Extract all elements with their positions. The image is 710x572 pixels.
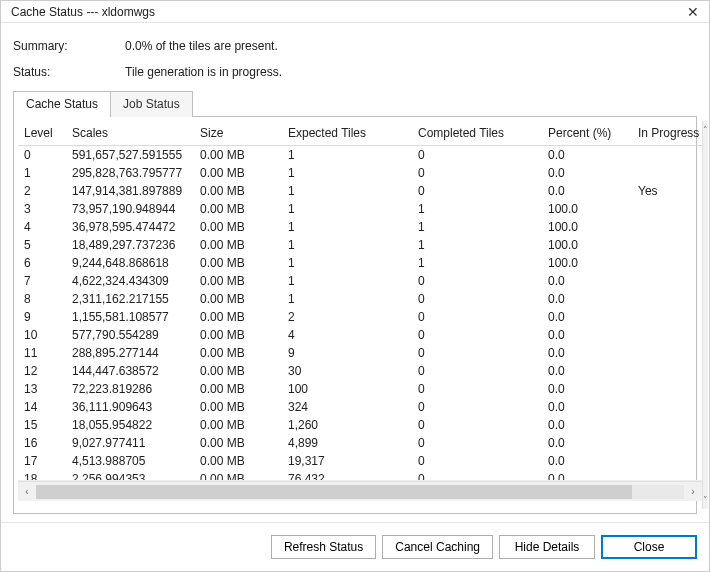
cell-expected: 1 [282,290,412,308]
cell-size: 0.00 MB [194,290,282,308]
table-row[interactable]: 182,256.9943530.00 MB76,43200.0 [18,470,702,482]
content-area: Summary: 0.0% of the tiles are present. … [1,23,709,522]
summary-row: Summary: 0.0% of the tiles are present. [13,39,697,53]
table-row[interactable]: 11288,895.2771440.00 MB900.0 [18,344,702,362]
cell-percent: 100.0 [542,200,632,218]
table-row[interactable]: 69,244,648.8686180.00 MB11100.0 [18,254,702,272]
cell-in_progress [632,398,702,416]
hscroll-thumb[interactable] [36,485,632,499]
header-in-progress[interactable]: In Progress [632,121,702,145]
cell-in_progress [632,326,702,344]
table-row[interactable]: 1518,055.9548220.00 MB1,26000.0 [18,416,702,434]
header-level[interactable]: Level [18,121,66,145]
cell-size: 0.00 MB [194,145,282,164]
tab-job-status[interactable]: Job Status [111,91,193,117]
table-row[interactable]: 10577,790.5542890.00 MB400.0 [18,326,702,344]
cell-scales: 36,111.909643 [66,398,194,416]
cell-expected: 1 [282,218,412,236]
cell-size: 0.00 MB [194,398,282,416]
table-row[interactable]: 82,311,162.2171550.00 MB100.0 [18,290,702,308]
cell-expected: 1 [282,254,412,272]
cell-in_progress [632,236,702,254]
cancel-caching-button[interactable]: Cancel Caching [382,535,493,559]
close-button[interactable]: Close [601,535,697,559]
table-row[interactable]: 74,622,324.4343090.00 MB100.0 [18,272,702,290]
cell-level: 6 [18,254,66,272]
cache-status-window: Cache Status --- xldomwgs ✕ Summary: 0.0… [0,0,710,572]
table-row[interactable]: 91,155,581.1085770.00 MB200.0 [18,308,702,326]
cell-expected: 1 [282,272,412,290]
table-row[interactable]: 373,957,190.9489440.00 MB11100.0 [18,200,702,218]
cell-level: 10 [18,326,66,344]
cell-scales: 4,513.988705 [66,452,194,470]
cell-level: 14 [18,398,66,416]
cell-size: 0.00 MB [194,362,282,380]
cell-expected: 2 [282,308,412,326]
cell-completed: 0 [412,344,542,362]
cell-completed: 0 [412,290,542,308]
cell-completed: 0 [412,164,542,182]
table-row[interactable]: 518,489,297.7372360.00 MB11100.0 [18,236,702,254]
header-size[interactable]: Size [194,121,282,145]
table-row[interactable]: 12144,447.6385720.00 MB3000.0 [18,362,702,380]
cell-completed: 0 [412,362,542,380]
cell-size: 0.00 MB [194,416,282,434]
vscroll-track[interactable] [703,139,708,491]
cell-completed: 0 [412,182,542,200]
table-row[interactable]: 0591,657,527.5915550.00 MB100.0 [18,145,702,164]
table-row[interactable]: 2147,914,381.8978890.00 MB100.0Yes [18,182,702,200]
window-title: Cache Status --- xldomwgs [11,5,659,19]
cell-in_progress: Yes [632,182,702,200]
hscroll-track[interactable] [36,485,684,499]
table-row[interactable]: 169,027.9774110.00 MB4,89900.0 [18,434,702,452]
cell-size: 0.00 MB [194,236,282,254]
cell-size: 0.00 MB [194,200,282,218]
cell-size: 0.00 MB [194,452,282,470]
scroll-down-icon[interactable]: ˅ [703,491,708,509]
cell-percent: 0.0 [542,398,632,416]
cell-level: 18 [18,470,66,482]
header-percent[interactable]: Percent (%) [542,121,632,145]
cell-scales: 9,244,648.868618 [66,254,194,272]
cell-level: 13 [18,380,66,398]
cell-expected: 30 [282,362,412,380]
cell-size: 0.00 MB [194,380,282,398]
cell-level: 0 [18,145,66,164]
cell-scales: 36,978,595.474472 [66,218,194,236]
tab-cache-status[interactable]: Cache Status [13,91,111,117]
cell-percent: 0.0 [542,326,632,344]
header-scales[interactable]: Scales [66,121,194,145]
header-completed[interactable]: Completed Tiles [412,121,542,145]
table-row[interactable]: 1436,111.9096430.00 MB32400.0 [18,398,702,416]
refresh-status-button[interactable]: Refresh Status [271,535,376,559]
vertical-scrollbar[interactable]: ˄ ˅ [702,121,708,509]
scroll-left-icon[interactable]: ‹ [18,486,36,497]
scroll-right-icon[interactable]: › [684,486,702,497]
hide-details-button[interactable]: Hide Details [499,535,595,559]
horizontal-scrollbar[interactable]: ‹ › [18,481,702,501]
cell-percent: 100.0 [542,218,632,236]
cell-scales: 18,055.954822 [66,416,194,434]
cell-in_progress [632,362,702,380]
cell-expected: 1 [282,200,412,218]
cell-percent: 0.0 [542,145,632,164]
cell-expected: 4,899 [282,434,412,452]
table-row[interactable]: 1372,223.8192860.00 MB10000.0 [18,380,702,398]
cell-size: 0.00 MB [194,182,282,200]
cell-scales: 73,957,190.948944 [66,200,194,218]
cell-percent: 0.0 [542,272,632,290]
cache-grid: Level Scales Size Expected Tiles Complet… [18,121,702,481]
cell-completed: 1 [412,200,542,218]
window-close-button[interactable]: ✕ [659,4,699,20]
header-expected[interactable]: Expected Tiles [282,121,412,145]
scroll-up-icon[interactable]: ˄ [703,121,708,139]
tab-container: Cache Status Job Status Level Scales [13,91,697,514]
table-row[interactable]: 1295,828,763.7957770.00 MB100.0 [18,164,702,182]
cell-completed: 0 [412,452,542,470]
table-row[interactable]: 436,978,595.4744720.00 MB11100.0 [18,218,702,236]
cell-scales: 72,223.819286 [66,380,194,398]
cell-scales: 18,489,297.737236 [66,236,194,254]
cell-level: 12 [18,362,66,380]
table-row[interactable]: 174,513.9887050.00 MB19,31700.0 [18,452,702,470]
cell-completed: 0 [412,416,542,434]
